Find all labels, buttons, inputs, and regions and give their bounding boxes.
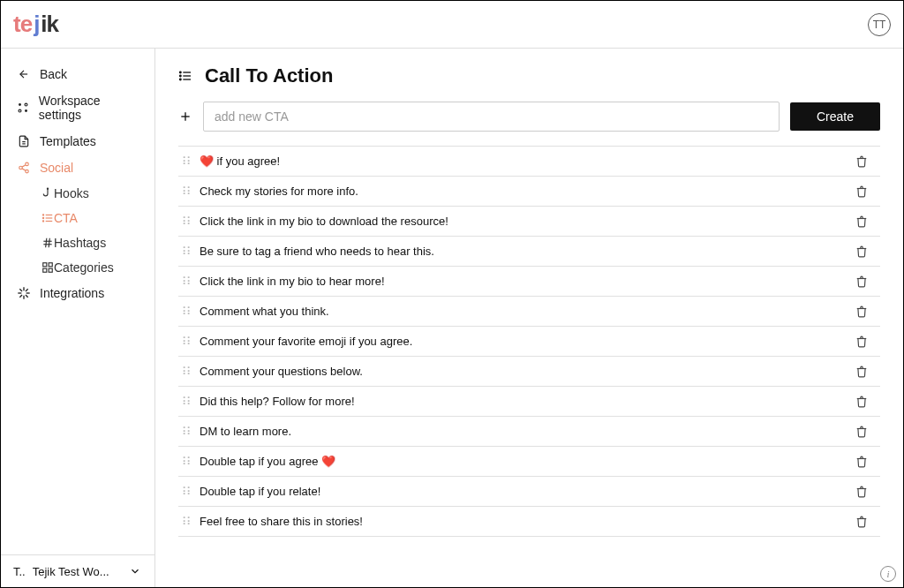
cta-row: ⠇⠇Double tap if you agree ❤️ [178, 447, 880, 477]
drag-handle-icon[interactable]: ⠇⠇ [178, 245, 194, 258]
svg-point-12 [47, 188, 48, 189]
cta-text[interactable]: Comment what you think. [194, 305, 855, 318]
main-content: Call To Action Create ⠇⠇❤️ if you agree!… [155, 49, 903, 587]
cta-text[interactable]: Comment your questions below. [194, 365, 855, 378]
svg-rect-26 [43, 268, 47, 272]
list-icon [178, 69, 192, 83]
avatar[interactable]: TT [868, 13, 891, 36]
grid-icon [41, 261, 54, 274]
cta-row: ⠇⠇Click the link in my bio to hear more! [178, 267, 880, 297]
drag-handle-icon[interactable]: ⠇⠇ [178, 155, 194, 168]
svg-line-10 [22, 169, 26, 170]
svg-point-16 [42, 215, 43, 215]
page-header: Call To Action [178, 64, 880, 87]
app-frame: tejik TT Back Workspace settings [0, 0, 904, 588]
delete-icon[interactable] [855, 275, 877, 288]
create-button[interactable]: Create [790, 102, 880, 131]
svg-point-7 [26, 162, 29, 166]
sidebar-subitem-label: Categories [54, 260, 114, 275]
sidebar-item-label: Social [40, 161, 73, 175]
cta-text[interactable]: Feel free to share this in stories! [194, 515, 855, 528]
cta-text[interactable]: Be sure to tag a friend who needs to hea… [194, 245, 855, 258]
sidebar-subitem-hashtags[interactable]: Hashtags [1, 230, 154, 255]
cta-text[interactable]: Double tap if you relate! [194, 485, 855, 498]
workspace-name: Tejik Test Wo... [26, 565, 128, 578]
cta-text[interactable]: Double tap if you agree ❤️ [194, 455, 855, 468]
cta-text[interactable]: DM to learn more. [194, 425, 855, 438]
drag-handle-icon[interactable]: ⠇⠇ [178, 366, 194, 378]
workspace-prefix: T.. [13, 565, 26, 578]
integrations-icon [17, 286, 31, 300]
workspace-switcher[interactable]: T.. Tejik Test Wo... [1, 554, 154, 587]
sidebar: Back Workspace settings Templates [1, 49, 155, 587]
svg-rect-25 [49, 268, 52, 272]
sidebar-item-workspace-settings[interactable]: Workspace settings [1, 87, 154, 128]
settings-dots-icon [17, 101, 30, 115]
drag-handle-icon[interactable]: ⠇⠇ [178, 396, 194, 408]
delete-icon[interactable] [855, 456, 877, 468]
drag-handle-icon[interactable]: ⠇⠇ [178, 456, 194, 468]
cta-list: ⠇⠇❤️ if you agree!⠇⠇Check my stories for… [178, 146, 880, 537]
delete-icon[interactable] [855, 305, 877, 318]
sidebar-item-back[interactable]: Back [1, 61, 154, 87]
svg-rect-24 [49, 263, 52, 267]
cta-row: ⠇⠇DM to learn more. [178, 417, 880, 447]
cta-text[interactable]: Did this help? Follow for more! [194, 395, 855, 408]
cta-text[interactable]: Click the link in my bio to download the… [194, 215, 855, 228]
sidebar-item-templates[interactable]: Templates [1, 128, 154, 155]
cta-row: ⠇⠇Comment what you think. [178, 297, 880, 327]
add-cta-input[interactable] [203, 102, 780, 132]
svg-point-9 [26, 170, 29, 173]
hashtag-icon [41, 237, 54, 249]
delete-icon[interactable] [855, 155, 877, 168]
drag-handle-icon[interactable]: ⠇⠇ [178, 305, 194, 318]
cta-text[interactable]: Check my stories for more info. [194, 185, 855, 198]
sidebar-item-social[interactable]: Social [1, 155, 154, 181]
sidebar-subitem-categories[interactable]: Categories [1, 255, 154, 280]
cta-text[interactable]: Click the link in my bio to hear more! [194, 275, 855, 288]
sidebar-item-label: Integrations [40, 286, 104, 300]
delete-icon[interactable] [855, 215, 877, 228]
drag-handle-icon[interactable]: ⠇⠇ [178, 185, 194, 198]
logo[interactable]: tejik [13, 11, 58, 38]
drag-handle-icon[interactable]: ⠇⠇ [178, 516, 194, 528]
cta-row: ⠇⠇Feel free to share this in stories! [178, 507, 880, 537]
sidebar-item-label: Back [40, 67, 67, 81]
drag-handle-icon[interactable]: ⠇⠇ [178, 426, 194, 438]
plus-icon[interactable] [178, 109, 192, 124]
drag-handle-icon[interactable]: ⠇⠇ [178, 335, 194, 348]
delete-icon[interactable] [855, 516, 877, 528]
svg-point-2 [25, 103, 27, 106]
drag-handle-icon[interactable]: ⠇⠇ [178, 275, 194, 288]
sidebar-subitem-label: CTA [54, 211, 78, 225]
sidebar-subitem-label: Hooks [54, 186, 89, 200]
file-icon [17, 134, 31, 148]
svg-line-21 [46, 238, 47, 248]
sidebar-item-integrations[interactable]: Integrations [1, 280, 154, 306]
delete-icon[interactable] [855, 335, 877, 348]
svg-line-32 [26, 295, 28, 298]
delete-icon[interactable] [855, 426, 877, 438]
sidebar-subitem-cta[interactable]: CTA [1, 206, 154, 230]
cta-row: ⠇⠇Comment your questions below. [178, 357, 880, 387]
info-icon[interactable]: i [880, 566, 896, 582]
sidebar-list: Back Workspace settings Templates [1, 61, 154, 554]
delete-icon[interactable] [855, 245, 877, 258]
svg-point-18 [42, 221, 43, 222]
delete-icon[interactable] [855, 486, 877, 498]
svg-line-31 [19, 289, 22, 291]
drag-handle-icon[interactable]: ⠇⠇ [178, 215, 194, 228]
cta-text[interactable]: ❤️ if you agree! [194, 155, 855, 168]
drag-handle-icon[interactable]: ⠇⠇ [178, 486, 194, 498]
delete-icon[interactable] [855, 185, 877, 198]
chevron-down-icon [128, 564, 142, 578]
sidebar-item-label: Templates [40, 134, 96, 148]
sidebar-subitem-hooks[interactable]: Hooks [1, 181, 154, 206]
cta-row: ⠇⠇Comment your favorite emoji if you agr… [178, 327, 880, 357]
share-icon [17, 161, 31, 175]
delete-icon[interactable] [855, 396, 877, 408]
delete-icon[interactable] [855, 366, 877, 378]
cta-text[interactable]: Comment your favorite emoji if you agree… [194, 335, 855, 348]
avatar-initials: TT [873, 19, 886, 31]
topbar: tejik TT [1, 1, 903, 49]
